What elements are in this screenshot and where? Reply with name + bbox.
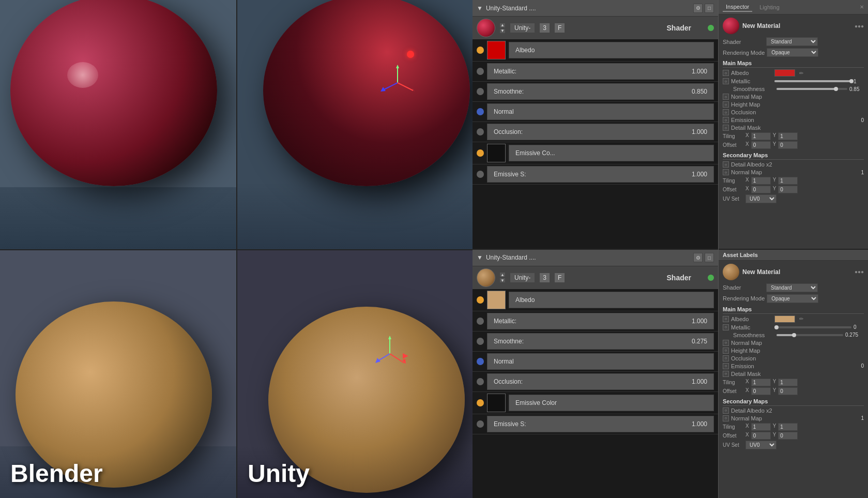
shader-f-bottom[interactable]: F bbox=[554, 273, 565, 283]
panel-icon-settings-top[interactable]: ⚙ bbox=[693, 4, 703, 13]
shader-row-top: ▲ ▼ Unity- 3 F Shader bbox=[473, 17, 718, 39]
secondary-offset-y-top[interactable] bbox=[778, 186, 798, 193]
smoothness-label-inspector-bottom: Smoothness bbox=[733, 332, 774, 338]
shader-label-top: Shader bbox=[667, 24, 691, 32]
detail-albedo-checkbox-bottom[interactable]: ○ bbox=[723, 408, 729, 414]
smoothness-button-top[interactable]: Smoothne: 0.850 bbox=[487, 83, 714, 100]
mat-dots-bottom[interactable]: ●●● bbox=[855, 269, 864, 275]
albedo-edit-icon-bottom[interactable]: ✏ bbox=[799, 316, 803, 322]
occlusion-check-row-bottom: ○ Occlusion bbox=[723, 355, 864, 361]
offset-x-input-top[interactable] bbox=[751, 141, 771, 149]
emissive-color-button-top[interactable]: Emissive Co... bbox=[509, 145, 714, 161]
normal-row-bottom: Normal bbox=[473, 352, 718, 372]
svg-marker-5 bbox=[412, 87, 415, 92]
albedo-swatch-inspector-bottom[interactable] bbox=[774, 315, 795, 323]
detail-mask-checkbox-top[interactable]: ○ bbox=[723, 125, 729, 131]
occlusion-button-top[interactable]: Occlusion: 1.000 bbox=[487, 124, 714, 140]
metallic-button-top[interactable]: Metallic: 1.000 bbox=[487, 63, 714, 80]
transform-gizmo-top[interactable] bbox=[377, 62, 418, 103]
albedo-edit-icon-top[interactable]: ✏ bbox=[799, 70, 803, 76]
tab-inspector-top[interactable]: Inspector bbox=[723, 3, 752, 12]
metallic-checkbox-bottom[interactable]: ○ bbox=[723, 324, 729, 330]
rendering-mode-label-bottom: Rendering Mode bbox=[723, 295, 765, 301]
offset-y-input-bottom[interactable] bbox=[778, 387, 798, 395]
occlusion-button-bottom[interactable]: Occlusion: 1.000 bbox=[487, 373, 714, 390]
tiling-x-input-top[interactable] bbox=[751, 132, 771, 140]
metallic-slider-bottom[interactable] bbox=[774, 326, 851, 328]
mat-preview-top bbox=[723, 18, 739, 34]
tab-lighting-top[interactable]: Lighting bbox=[756, 3, 783, 11]
secondary-normal-label-bottom: Normal Map bbox=[731, 415, 772, 421]
albedo-button-top[interactable]: Albedo bbox=[509, 42, 714, 58]
smoothness-row-bottom: Smoothne: 0.275 bbox=[473, 331, 718, 352]
occlusion-checkbox-bottom[interactable]: ○ bbox=[723, 355, 729, 361]
secondary-normal-checkbox-bottom[interactable]: ○ bbox=[723, 415, 729, 421]
emissive-color-swatch-top[interactable] bbox=[487, 144, 506, 162]
secondary-tiling-y-top[interactable] bbox=[778, 177, 798, 185]
occlusion-checkbox-top[interactable]: ○ bbox=[723, 109, 729, 115]
emissive-color-swatch-bottom[interactable] bbox=[487, 394, 506, 412]
tiling-x-input-bottom[interactable] bbox=[751, 379, 771, 386]
shader-prev-bottom[interactable]: ▲ bbox=[499, 272, 506, 277]
panel-icon-extra-bottom[interactable]: □ bbox=[705, 253, 714, 262]
rendering-mode-dropdown-top[interactable]: Opaque bbox=[767, 48, 818, 57]
metallic-checkbox-top[interactable]: ○ bbox=[723, 78, 729, 84]
secondary-offset-x-bottom[interactable] bbox=[751, 432, 771, 440]
metallic-button-bottom[interactable]: Metallic: 1.000 bbox=[487, 313, 714, 329]
shader-dropdown-top[interactable]: Standard bbox=[766, 37, 818, 46]
height-checkbox-top[interactable]: ○ bbox=[723, 101, 729, 108]
shader-name-top[interactable]: Unity- bbox=[510, 23, 535, 33]
smoothness-slider-bottom[interactable] bbox=[776, 334, 843, 336]
albedo-checkbox-bottom[interactable]: ○ bbox=[723, 316, 729, 322]
normal-checkbox-bottom[interactable]: ○ bbox=[723, 340, 729, 346]
mat-name-bottom: New Material bbox=[742, 268, 780, 276]
offset-y-input-top[interactable] bbox=[778, 141, 798, 149]
panel-arrow-top[interactable]: ▼ bbox=[477, 5, 483, 12]
smoothness-button-bottom[interactable]: Smoothne: 0.275 bbox=[487, 333, 714, 350]
shader-prev-top[interactable]: ▲ bbox=[499, 23, 506, 28]
albedo-button-bottom[interactable]: Albedo bbox=[509, 292, 714, 308]
panel-icon-settings-bottom[interactable]: ⚙ bbox=[693, 253, 703, 262]
normal-button-bottom[interactable]: Normal bbox=[487, 353, 714, 370]
emissive-s-button-bottom[interactable]: Emissive S: 1.000 bbox=[487, 416, 714, 432]
panel-arrow-bottom[interactable]: ▼ bbox=[477, 254, 483, 261]
albedo-color-top[interactable] bbox=[487, 41, 506, 59]
uv-set-dropdown-bottom[interactable]: UV0 bbox=[745, 441, 776, 449]
albedo-checkbox-top[interactable]: ○ bbox=[723, 70, 729, 76]
secondary-normal-checkbox-top[interactable]: ○ bbox=[723, 169, 729, 175]
shader-f-top[interactable]: F bbox=[554, 23, 565, 33]
secondary-tiling-x-top[interactable] bbox=[751, 177, 771, 185]
secondary-offset-y-bottom[interactable] bbox=[778, 432, 798, 440]
albedo-swatch-inspector-top[interactable] bbox=[774, 69, 795, 77]
secondary-tiling-y-bottom[interactable] bbox=[778, 423, 798, 431]
detail-mask-checkbox-bottom[interactable]: ○ bbox=[723, 371, 729, 377]
shader-name-bottom[interactable]: Unity- bbox=[510, 273, 535, 283]
tiling-y-input-bottom[interactable] bbox=[778, 379, 798, 386]
emission-checkbox-top[interactable]: ○ bbox=[723, 117, 729, 123]
emissive-s-button-top[interactable]: Emissive S: 1.000 bbox=[487, 166, 714, 183]
close-btn-top[interactable]: ✕ bbox=[860, 4, 864, 10]
normal-checkbox-top[interactable]: ○ bbox=[723, 94, 729, 100]
smoothness-value-inspector-bottom: 0.275 bbox=[845, 332, 864, 338]
secondary-offset-x-top[interactable] bbox=[751, 186, 771, 193]
secondary-tiling-x-bottom[interactable] bbox=[751, 423, 771, 431]
rendering-mode-dropdown-bottom[interactable]: Opaque bbox=[767, 294, 818, 303]
detail-albedo-checkbox-top[interactable]: ○ bbox=[723, 161, 729, 168]
normal-button-top[interactable]: Normal bbox=[487, 103, 714, 120]
shader-num-top[interactable]: 3 bbox=[539, 23, 550, 33]
metallic-slider-top[interactable] bbox=[774, 80, 851, 82]
shader-num-bottom[interactable]: 3 bbox=[539, 273, 550, 283]
panel-icon-extra-top[interactable]: □ bbox=[705, 4, 714, 13]
emission-checkbox-bottom[interactable]: ○ bbox=[723, 363, 729, 369]
shader-next-top[interactable]: ▼ bbox=[499, 28, 506, 34]
height-checkbox-bottom[interactable]: ○ bbox=[723, 348, 729, 354]
smoothness-slider-top[interactable] bbox=[776, 88, 847, 90]
tiling-y-input-top[interactable] bbox=[778, 132, 798, 140]
emissive-color-button-bottom[interactable]: Emissive Color bbox=[509, 395, 714, 411]
albedo-color-bottom[interactable] bbox=[487, 291, 506, 309]
uv-set-dropdown-top[interactable]: UV0 bbox=[745, 194, 776, 203]
offset-x-input-bottom[interactable] bbox=[751, 387, 771, 395]
shader-dropdown-bottom[interactable]: Standard bbox=[766, 283, 818, 292]
mat-dots-top[interactable]: ●●● bbox=[855, 23, 864, 29]
shader-next-bottom[interactable]: ▼ bbox=[499, 278, 506, 283]
